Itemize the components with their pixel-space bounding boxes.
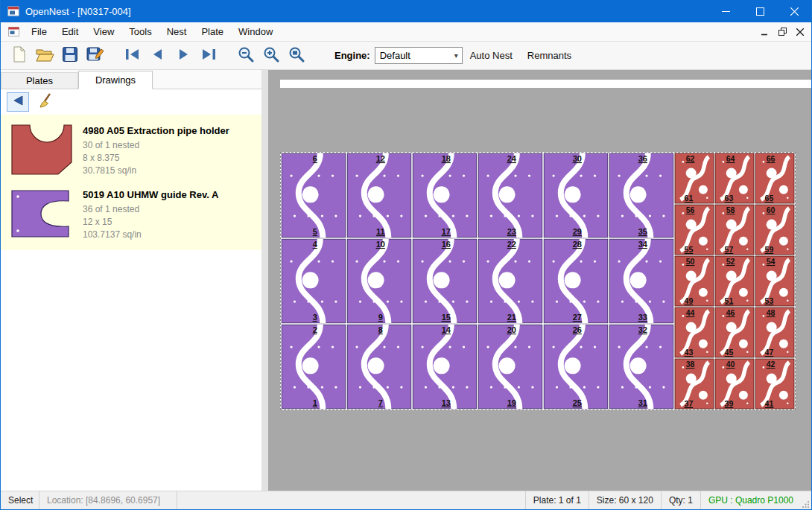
nested-part-pair-purple[interactable]: 21 — [282, 325, 346, 409]
auto-nest-button[interactable]: Auto Nest — [463, 45, 520, 66]
nested-part-pair-purple[interactable]: 2019 — [478, 325, 542, 409]
zoom-out-button[interactable] — [233, 44, 258, 68]
nested-part-pair-purple[interactable]: 3635 — [609, 153, 673, 238]
part-number: 56 — [686, 205, 695, 214]
nested-part-pair-purple[interactable]: 1211 — [347, 153, 411, 238]
drawing-list-item[interactable]: 5019 A10 UHMW guide Rev. A 36 of 1 neste… — [1, 182, 261, 246]
part-number: 9 — [378, 313, 383, 322]
nav-first-button[interactable] — [120, 44, 145, 68]
reload-drawings-button[interactable] — [7, 92, 29, 112]
nested-part-pair-purple[interactable]: 43 — [282, 239, 346, 323]
nested-part-pair-red[interactable]: 4847 — [755, 307, 794, 357]
nested-part-pair-red[interactable]: 6059 — [755, 205, 794, 255]
mdi-child-icon[interactable] — [8, 27, 19, 36]
zoom-out-icon — [237, 45, 255, 66]
drawing-list-item[interactable]: 4980 A05 Extraction pipe holder 30 of 1 … — [1, 118, 261, 182]
nested-part-pair-purple[interactable]: 109 — [347, 239, 411, 323]
nested-part-pair-purple[interactable]: 65 — [282, 153, 346, 238]
engine-select[interactable]: Default ▾ — [375, 47, 463, 64]
nested-part-pair-purple[interactable]: 87 — [347, 325, 411, 409]
nested-part-pair-red[interactable]: 4039 — [715, 359, 754, 409]
nested-part-pair-red[interactable]: 5857 — [715, 205, 754, 255]
nested-part-pair-purple[interactable]: 3433 — [609, 239, 673, 323]
nested-part-pair-red[interactable]: 6463 — [715, 153, 754, 203]
mdi-close-button[interactable] — [796, 25, 804, 39]
close-button[interactable] — [777, 0, 811, 22]
nested-part-pair-red[interactable]: 6261 — [675, 153, 714, 203]
nested-part-pair-purple[interactable]: 2625 — [544, 325, 608, 409]
drawings-toolbar — [1, 89, 261, 115]
nested-part-pair-red[interactable]: 5251 — [715, 256, 754, 306]
nested-part-pair-purple[interactable]: 1413 — [413, 325, 477, 409]
nav-last-button[interactable] — [196, 44, 221, 68]
menu-view[interactable]: View — [86, 23, 121, 40]
nested-part-pair-purple[interactable]: 2827 — [544, 239, 608, 323]
nested-part-pair-red[interactable]: 4443 — [675, 307, 714, 357]
nested-part-pair-red[interactable]: 3837 — [675, 359, 714, 409]
nested-part-pair-purple[interactable]: 2221 — [478, 239, 542, 323]
main-toolbar: Engine: Default ▾ Auto Nest Remnants — [1, 42, 811, 70]
part-number: 13 — [442, 398, 451, 407]
nested-part-pair-red[interactable]: 4645 — [715, 307, 754, 357]
status-bar: Select Location: [84.8696, 60.6957] Plat… — [1, 491, 811, 509]
part-number: 29 — [573, 227, 582, 236]
nested-part-pair-red[interactable]: 5049 — [675, 256, 714, 306]
menu-window[interactable]: Window — [231, 23, 280, 40]
toolbar-separator — [221, 42, 233, 69]
save-button[interactable] — [57, 44, 83, 68]
tab-drawings[interactable]: Drawings — [78, 71, 153, 89]
zoom-fit-button[interactable] — [284, 44, 309, 68]
nested-part-pair-purple[interactable]: 1817 — [413, 153, 477, 238]
nested-part-pair-red[interactable]: 4241 — [755, 359, 794, 409]
part-number: 51 — [725, 296, 734, 305]
minimize-button[interactable] — [708, 0, 743, 22]
window-title: OpenNest - [N0317-004] — [25, 6, 131, 17]
zoom-in-button[interactable] — [258, 44, 284, 68]
open-button[interactable] — [32, 44, 57, 68]
part-number: 17 — [442, 227, 451, 236]
resize-grip[interactable] — [801, 491, 811, 509]
menu-file[interactable]: File — [24, 23, 54, 40]
plate[interactable]: 6512111817242330293635431091615222128273… — [280, 152, 796, 410]
mdi-minimize-button[interactable] — [761, 25, 769, 39]
canvas-top-strip — [280, 80, 811, 88]
nested-part-pair-red[interactable]: 5453 — [755, 256, 794, 306]
part-number: 44 — [686, 308, 695, 317]
chevron-down-icon[interactable]: ▾ — [454, 51, 462, 60]
part-thumbnail — [5, 121, 78, 179]
part-number: 53 — [765, 296, 774, 305]
nested-part-pair-red[interactable]: 6665 — [755, 153, 794, 203]
part-number: 42 — [767, 360, 775, 369]
arrow-left-icon — [149, 48, 167, 64]
panel-splitter[interactable] — [261, 70, 268, 491]
maximize-button[interactable] — [743, 0, 777, 22]
nested-part-pair-purple[interactable]: 3029 — [544, 153, 608, 238]
new-button[interactable] — [7, 44, 32, 68]
clean-button[interactable] — [35, 92, 57, 112]
nav-prev-button[interactable] — [145, 44, 171, 68]
nested-part-pair-purple[interactable]: 1615 — [413, 239, 477, 323]
menu-nest[interactable]: Nest — [159, 23, 194, 40]
blue-arrow-left-icon — [10, 94, 25, 110]
nested-part-pair-red[interactable]: 5655 — [675, 205, 714, 255]
part-number: 41 — [765, 399, 774, 408]
menu-plate[interactable]: Plate — [194, 23, 231, 40]
mdi-restore-button[interactable] — [778, 25, 787, 39]
save-as-button[interactable] — [83, 44, 108, 68]
nest-canvas[interactable]: 6512111817242330293635431091615222128273… — [268, 70, 811, 491]
nested-part-pair-purple[interactable]: 2423 — [478, 153, 542, 238]
zoom-fit-icon — [288, 45, 305, 66]
part-number: 61 — [685, 194, 694, 203]
engine-selected-value: Default — [380, 50, 410, 61]
menu-edit[interactable]: Edit — [54, 23, 86, 40]
nested-part-pair-purple[interactable]: 3231 — [609, 325, 673, 409]
remnants-button[interactable]: Remnants — [520, 45, 579, 66]
part-number: 30 — [573, 154, 582, 163]
part-number: 37 — [685, 399, 694, 408]
part-number: 6 — [313, 154, 317, 163]
app-window: OpenNest - [N0317-004] File Edit View To… — [0, 0, 812, 510]
menu-tools[interactable]: Tools — [121, 23, 159, 40]
tab-plates[interactable]: Plates — [1, 72, 78, 89]
arrow-right-icon — [174, 48, 192, 64]
nav-next-button[interactable] — [171, 44, 196, 68]
